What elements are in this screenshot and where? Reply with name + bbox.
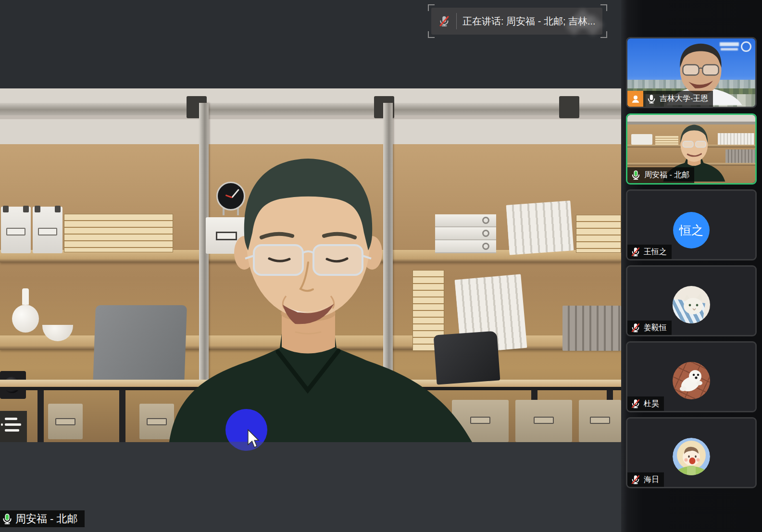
participant-label: 杜昊 [627,396,664,411]
banner-bracket [428,31,435,38]
participant-label: 吉林大学-王恩 [643,91,713,107]
participant-sidebar: 吉林大学-王恩 [621,0,762,532]
banner-divider [456,13,457,29]
participant-name: 周安福 - 北邮 [644,170,689,180]
now-speaking-banner: 正在讲话: 周安福 - 北邮; 吉林... [431,8,602,35]
participant-name: 杜昊 [644,399,659,409]
cartoon-boy-illustration [673,438,710,475]
banner-bracket [600,4,607,11]
banner-bracket [600,31,607,38]
participant-name: 姜毅恒 [644,323,667,333]
participant-tile-jiang-yiheng[interactable]: 姜毅恒 [626,265,757,336]
participant-tile-zhou-anfu[interactable]: 周安福 - 北邮 [626,113,757,185]
cartoon-boy-avatar [673,438,710,475]
dog-illustration [673,362,710,399]
avatar-initials: 恒之 [679,223,703,238]
letterbox-bottom [0,442,621,532]
person-icon [630,94,641,104]
muted-mic-icon [630,474,641,485]
main-stage: 周安福 - 北邮 正在讲话: 周安福 - 北邮; 吉林... [0,0,621,532]
mouse-cursor-icon [246,429,261,448]
main-video-region [0,88,621,442]
participant-tile-wang-en[interactable]: 吉林大学-王恩 [626,37,757,108]
participant-label: 姜毅恒 [627,321,672,335]
participant-label: 海日 [627,472,664,487]
participant-name: 海日 [644,475,659,485]
participant-name: 吉林大学-王恩 [660,94,708,104]
participant-tile-hai-ri[interactable]: 海日 [626,417,757,488]
participant-label: 王恒之 [627,245,672,259]
cat-photo-avatar [673,286,710,323]
participant-tile-wang-hengzhi[interactable]: 恒之 王恒之 [626,189,757,260]
banner-bracket [428,4,435,11]
mic-on-icon [1,513,13,525]
initials-avatar: 恒之 [673,212,710,248]
muted-mic-icon [438,15,450,27]
host-badge [627,91,643,107]
meeting-window: 周安福 - 北邮 正在讲话: 周安福 - 北邮; 吉林... [0,0,762,532]
main-speaker-name: 周安福 - 北邮 [15,512,78,526]
cat-illustration [673,286,710,323]
muted-mic-icon [630,247,641,257]
participant-tile-du-hao[interactable]: 杜昊 [626,341,757,412]
mic-speaking-icon [630,170,641,181]
mic-on-icon [646,94,657,104]
participant-name: 王恒之 [644,247,667,257]
speaker-person [0,88,621,442]
participant-label: 周安福 - 北邮 [627,167,694,183]
muted-mic-icon [630,322,641,333]
main-speaker-label: 周安福 - 北邮 [0,510,85,527]
muted-mic-icon [630,398,641,409]
dog-photo-avatar [673,362,710,399]
